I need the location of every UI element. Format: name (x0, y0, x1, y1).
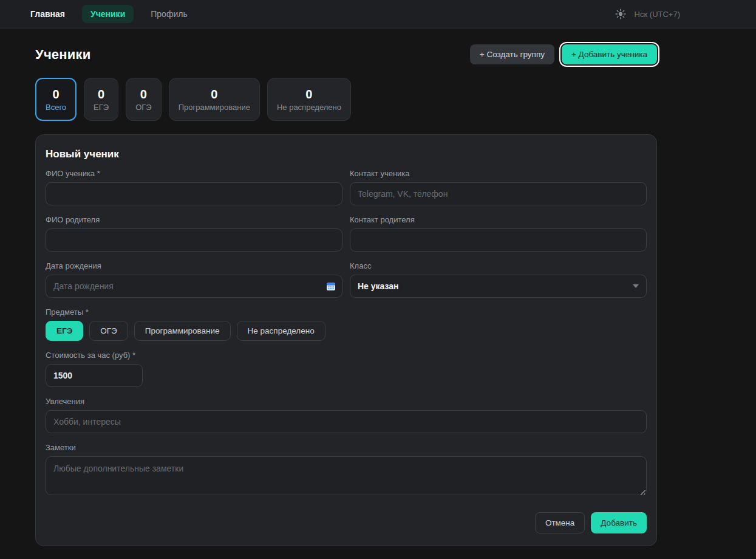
nav-tabs: Главная Ученики Профиль (22, 5, 196, 23)
birth-date-input[interactable] (46, 275, 342, 298)
field-label: ФИО ученика * (46, 169, 342, 178)
nav-right-group: Нск (UTC+7) (614, 7, 680, 21)
stat-card-oge[interactable]: 0 ОГЭ (126, 78, 162, 121)
field-hobbies: Увлечения (46, 397, 647, 433)
stat-value: 0 (98, 87, 104, 101)
grade-selected-value: Не указан (358, 281, 399, 291)
subject-chip-programming[interactable]: Программирование (134, 321, 231, 341)
notes-textarea[interactable] (46, 456, 647, 495)
parent-name-input[interactable] (46, 228, 342, 252)
field-subjects: Предметы * ЕГЭ ОГЭ Программирование Не р… (46, 307, 647, 341)
subject-chip-unassigned[interactable]: Не распределено (237, 321, 325, 341)
stat-card-total[interactable]: 0 Всего (35, 78, 77, 121)
field-notes: Заметки (46, 443, 647, 498)
nav-item-home[interactable]: Главная (22, 5, 73, 23)
stat-label: ЕГЭ (94, 103, 109, 112)
field-parent-contact: Контакт родителя (350, 215, 647, 252)
subjects-chips: ЕГЭ ОГЭ Программирование Не распределено (46, 321, 647, 341)
stat-label: Программирование (179, 103, 250, 112)
hobbies-input[interactable] (46, 410, 647, 433)
cancel-button[interactable]: Отмена (535, 512, 585, 533)
field-label: Контакт родителя (350, 215, 647, 224)
submit-button[interactable]: Добавить (591, 512, 647, 533)
nav-item-profile[interactable]: Профиль (142, 5, 196, 23)
page-header: Ученики + Создать группу + Добавить учен… (35, 44, 657, 64)
header-actions: + Создать группу + Добавить ученика (470, 44, 657, 64)
chevron-down-icon (633, 284, 639, 288)
field-grade: Класс Не указан (350, 261, 647, 298)
student-contact-input[interactable] (350, 182, 647, 205)
create-group-button[interactable]: + Создать группу (470, 44, 554, 64)
field-label: Дата рождения (46, 261, 342, 270)
timezone-label: Нск (UTC+7) (635, 10, 680, 19)
add-student-button[interactable]: + Добавить ученика (562, 44, 657, 64)
page-title: Ученики (35, 47, 90, 63)
stat-value: 0 (52, 87, 59, 101)
stats-row: 0 Всего 0 ЕГЭ 0 ОГЭ 0 Программирование 0… (35, 78, 657, 121)
stat-card-ege[interactable]: 0 ЕГЭ (84, 78, 118, 121)
nav-item-students[interactable]: Ученики (82, 5, 134, 23)
stat-value: 0 (305, 87, 312, 101)
sun-icon (615, 9, 626, 19)
grade-select[interactable]: Не указан (350, 275, 647, 298)
form-title: Новый ученик (46, 148, 647, 160)
subject-chip-ege[interactable]: ЕГЭ (46, 321, 83, 341)
field-student-name: ФИО ученика * (46, 169, 342, 205)
stat-label: Всего (46, 103, 66, 112)
theme-toggle-button[interactable] (614, 7, 627, 21)
field-parent-name: ФИО родителя (46, 215, 342, 252)
student-name-input[interactable] (46, 182, 342, 205)
field-label: Предметы * (46, 307, 647, 317)
price-input[interactable] (46, 364, 143, 387)
stat-card-programming[interactable]: 0 Программирование (169, 78, 260, 121)
form-footer: Отмена Добавить (46, 512, 647, 533)
field-price: Стоимость за час (руб) * (46, 351, 647, 387)
top-nav: Главная Ученики Профиль Нск (UTC+7) (0, 0, 756, 29)
field-label: Контакт ученика (350, 169, 647, 178)
stat-value: 0 (140, 87, 147, 101)
stat-value: 0 (211, 87, 217, 101)
field-birth-date: Дата рождения (46, 261, 342, 298)
field-student-contact: Контакт ученика (350, 169, 647, 205)
new-student-form: Новый ученик ФИО ученика * Контакт учени… (35, 134, 657, 546)
field-label: ФИО родителя (46, 215, 342, 224)
field-label: Класс (350, 261, 647, 270)
stat-card-unassigned[interactable]: 0 Не распределено (267, 78, 351, 121)
stat-label: ОГЭ (135, 103, 152, 112)
field-label: Увлечения (46, 397, 647, 406)
field-label: Заметки (46, 443, 647, 452)
subject-chip-oge[interactable]: ОГЭ (89, 321, 128, 341)
field-label: Стоимость за час (руб) * (46, 351, 647, 360)
parent-contact-input[interactable] (350, 228, 647, 252)
stat-label: Не распределено (277, 103, 341, 112)
